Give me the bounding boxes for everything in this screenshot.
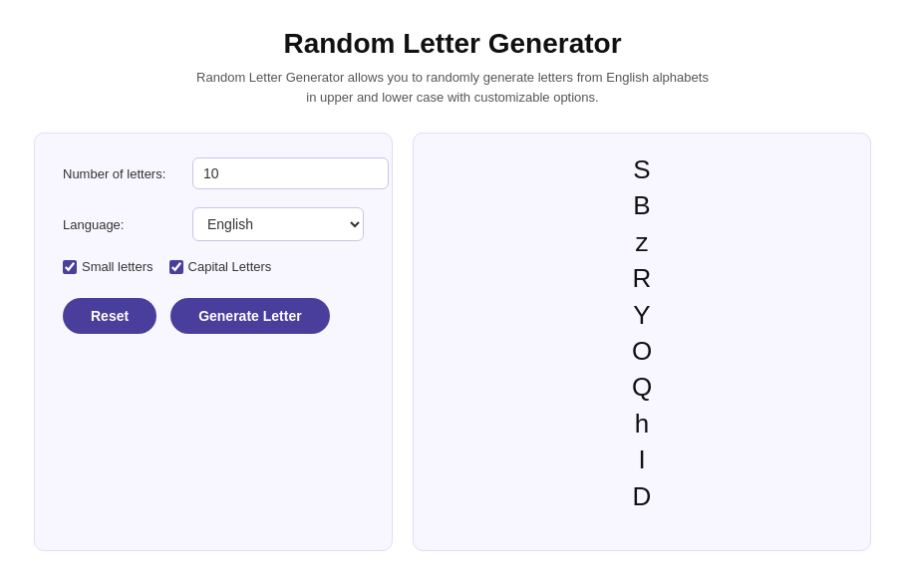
capital-letters-checkbox[interactable] [169,260,183,274]
small-letters-checkbox-label[interactable]: Small letters [63,259,153,274]
number-of-letters-input[interactable] [192,157,389,189]
small-letters-checkbox[interactable] [63,260,77,274]
letter-item: I [638,441,645,477]
letter-item: D [633,478,652,514]
reset-button[interactable]: Reset [63,298,156,334]
letter-item: B [633,187,650,223]
generate-button[interactable]: Generate Letter [170,298,329,334]
letter-item: z [636,224,649,260]
results-panel: SBzRYOQhID [413,133,871,551]
letter-item: O [632,333,652,369]
number-of-letters-label: Number of letters: [63,166,192,181]
page-header: Random Letter Generator Random Letter Ge… [193,28,712,107]
letters-list: SBzRYOQhID [424,151,860,514]
small-letters-label: Small letters [82,259,153,274]
language-select[interactable]: English French German Spanish [192,207,364,241]
language-label: Language: [63,217,192,232]
letter-item: R [633,260,652,296]
letter-item: Q [632,369,652,405]
button-row: Reset Generate Letter [63,298,364,334]
controls-panel: Number of letters: Language: English Fre… [34,133,393,551]
page-title: Random Letter Generator [193,28,712,60]
letter-item: Y [633,297,650,333]
page-description: Random Letter Generator allows you to ra… [193,68,712,107]
capital-letters-label: Capital Letters [188,259,272,274]
letter-item: S [633,151,650,187]
capital-letters-checkbox-label[interactable]: Capital Letters [169,259,272,274]
main-content: Number of letters: Language: English Fre… [34,133,871,551]
letter-item: h [635,406,649,441]
checkbox-row: Small letters Capital Letters [63,259,364,274]
number-of-letters-row: Number of letters: [63,157,364,189]
language-row: Language: English French German Spanish [63,207,364,241]
